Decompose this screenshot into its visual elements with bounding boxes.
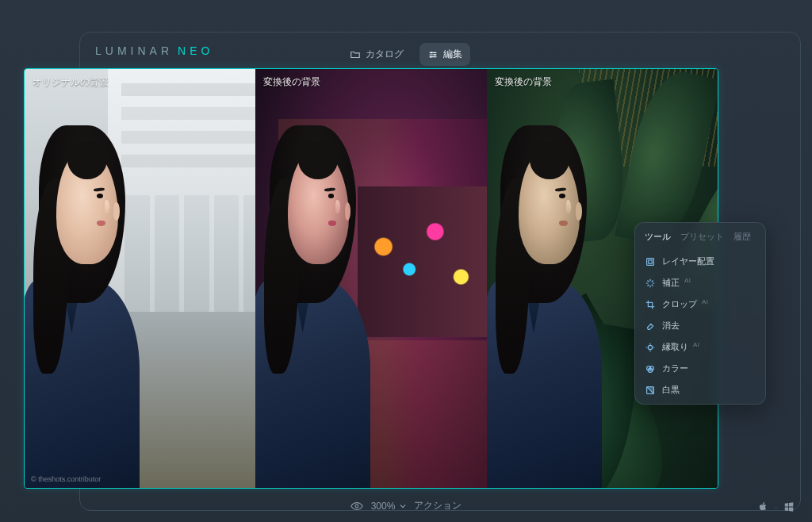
nav-catalog[interactable]: カタログ <box>342 43 412 66</box>
tool-item-enhance[interactable]: 補正AI <box>645 272 756 294</box>
tool-label: 消去 <box>662 320 680 332</box>
tools-panel: ツール プリセット 履歴 レイヤー配置補正AIクロップAI消去縁取りAIカラー白… <box>634 222 766 405</box>
nav-catalog-label: カタログ <box>366 48 404 61</box>
nav-edit[interactable]: 編集 <box>419 43 470 66</box>
sliders-icon <box>427 49 439 60</box>
tools-list: レイヤー配置補正AIクロップAI消去縁取りAIカラー白黒 <box>645 251 756 401</box>
panel-variant-1[interactable]: 変換後の背景 <box>255 69 486 488</box>
tab-tools[interactable]: ツール <box>645 231 671 243</box>
svg-point-1 <box>434 53 435 55</box>
tool-label: レイヤー配置 <box>662 255 714 267</box>
tool-label: 縁取り <box>662 341 688 353</box>
bottom-bar: 300% アクション <box>0 499 812 512</box>
panel-original-label: オリジナルの背景 <box>33 75 109 89</box>
eye-icon[interactable] <box>350 501 363 512</box>
apple-icon <box>757 501 768 512</box>
tool-label: カラー <box>662 363 688 374</box>
tool-label: 白黒 <box>662 384 680 396</box>
svg-rect-4 <box>649 259 652 263</box>
tools-tabs: ツール プリセット 履歴 <box>645 231 756 243</box>
tab-presets[interactable]: プリセット <box>680 231 724 243</box>
erase-icon <box>645 320 656 332</box>
svg-point-5 <box>648 345 652 349</box>
os-icons: · <box>757 501 795 512</box>
ai-badge: AI <box>693 341 700 348</box>
color-icon <box>645 363 656 374</box>
svg-point-10 <box>355 505 358 508</box>
tool-item-erase[interactable]: 消去 <box>645 315 756 336</box>
actions-button[interactable]: アクション <box>414 499 462 512</box>
tool-item-bw[interactable]: 白黒 <box>645 379 756 401</box>
crop-icon <box>645 299 656 310</box>
relight-icon <box>645 342 656 353</box>
zoom-value: 300% <box>371 501 396 512</box>
svg-point-0 <box>431 52 432 53</box>
tab-history[interactable]: 履歴 <box>733 231 751 243</box>
tool-item-crop[interactable]: クロップAI <box>645 294 756 315</box>
tool-item-layers[interactable]: レイヤー配置 <box>645 251 756 272</box>
image-credit: © theshots.contributor <box>31 475 101 483</box>
folder-icon <box>350 49 361 60</box>
image-compare-panel: オリジナルの背景 © theshots.contributor 変換後の背景 変… <box>24 68 718 489</box>
svg-point-2 <box>430 56 431 57</box>
svg-rect-3 <box>647 258 654 265</box>
windows-icon <box>783 501 795 512</box>
ai-badge: AI <box>702 298 709 305</box>
zoom-control[interactable]: 300% <box>371 501 407 512</box>
ai-badge: AI <box>684 277 691 284</box>
dot-separator: · <box>775 503 777 512</box>
chevron-down-icon <box>400 504 406 509</box>
panel-variant-2-label: 変換後の背景 <box>495 75 552 89</box>
tool-label: クロップ <box>662 298 697 310</box>
top-nav: カタログ 編集 <box>0 43 812 66</box>
tool-label: 補正 <box>662 277 680 289</box>
nav-edit-label: 編集 <box>443 48 462 61</box>
tool-item-relight[interactable]: 縁取りAI <box>645 336 756 358</box>
panel-variant-1-label: 変換後の背景 <box>263 75 320 89</box>
panel-original[interactable]: オリジナルの背景 © theshots.contributor <box>25 69 255 488</box>
bw-icon <box>645 385 656 396</box>
enhance-icon <box>645 278 656 289</box>
tool-item-color[interactable]: カラー <box>645 358 756 379</box>
layers-icon <box>645 256 656 267</box>
